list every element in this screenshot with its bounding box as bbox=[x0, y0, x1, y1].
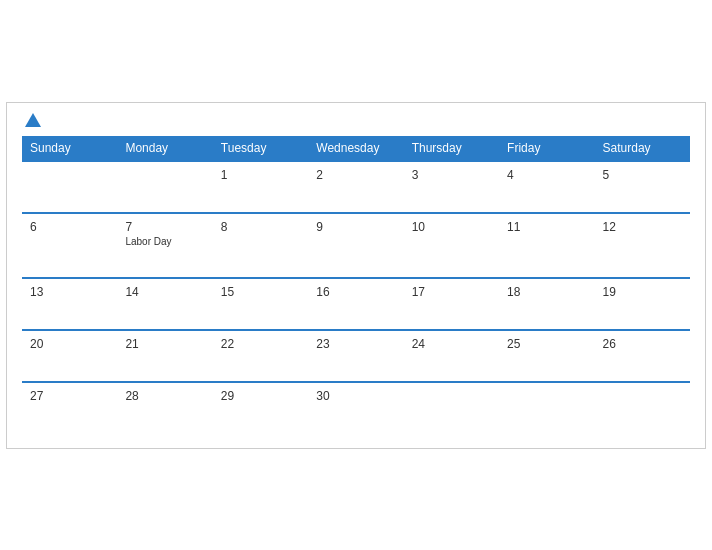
day-number: 17 bbox=[412, 285, 491, 299]
day-number: 6 bbox=[30, 220, 109, 234]
day-number: 4 bbox=[507, 168, 586, 182]
day-number: 7 bbox=[125, 220, 204, 234]
calendar-thead: SundayMondayTuesdayWednesdayThursdayFrid… bbox=[22, 136, 690, 161]
calendar-week-row: 67Labor Day89101112 bbox=[22, 213, 690, 278]
day-number: 5 bbox=[603, 168, 682, 182]
calendar-cell: 25 bbox=[499, 330, 594, 382]
calendar-cell: 23 bbox=[308, 330, 403, 382]
weekday-header-thursday: Thursday bbox=[404, 136, 499, 161]
day-number: 12 bbox=[603, 220, 682, 234]
calendar-week-row: 13141516171819 bbox=[22, 278, 690, 330]
day-number: 22 bbox=[221, 337, 300, 351]
day-number: 20 bbox=[30, 337, 109, 351]
weekday-header-saturday: Saturday bbox=[595, 136, 690, 161]
day-number: 11 bbox=[507, 220, 586, 234]
calendar-cell: 8 bbox=[213, 213, 308, 278]
day-number: 29 bbox=[221, 389, 300, 403]
calendar-cell: 7Labor Day bbox=[117, 213, 212, 278]
calendar-cell: 19 bbox=[595, 278, 690, 330]
logo-triangle-icon bbox=[25, 113, 41, 127]
calendar-cell bbox=[595, 382, 690, 433]
logo bbox=[22, 113, 41, 128]
calendar-cell: 13 bbox=[22, 278, 117, 330]
calendar-cell: 15 bbox=[213, 278, 308, 330]
day-number: 30 bbox=[316, 389, 395, 403]
calendar-cell: 21 bbox=[117, 330, 212, 382]
calendar-cell: 9 bbox=[308, 213, 403, 278]
logo-blue-text bbox=[22, 113, 41, 128]
day-number: 13 bbox=[30, 285, 109, 299]
calendar-cell: 24 bbox=[404, 330, 499, 382]
day-number: 16 bbox=[316, 285, 395, 299]
calendar-header bbox=[22, 113, 690, 128]
calendar-cell: 11 bbox=[499, 213, 594, 278]
day-number: 27 bbox=[30, 389, 109, 403]
day-number: 26 bbox=[603, 337, 682, 351]
calendar-week-row: 27282930 bbox=[22, 382, 690, 433]
calendar-cell bbox=[22, 161, 117, 213]
calendar-cell: 22 bbox=[213, 330, 308, 382]
calendar-cell bbox=[499, 382, 594, 433]
day-number: 19 bbox=[603, 285, 682, 299]
day-number: 23 bbox=[316, 337, 395, 351]
calendar-cell: 2 bbox=[308, 161, 403, 213]
day-number: 1 bbox=[221, 168, 300, 182]
day-number: 25 bbox=[507, 337, 586, 351]
calendar-cell: 27 bbox=[22, 382, 117, 433]
day-number: 15 bbox=[221, 285, 300, 299]
calendar-cell: 18 bbox=[499, 278, 594, 330]
calendar-cell: 12 bbox=[595, 213, 690, 278]
day-number: 21 bbox=[125, 337, 204, 351]
weekday-header-wednesday: Wednesday bbox=[308, 136, 403, 161]
weekday-header-sunday: Sunday bbox=[22, 136, 117, 161]
calendar-cell: 26 bbox=[595, 330, 690, 382]
calendar-cell: 16 bbox=[308, 278, 403, 330]
calendar-cell: 3 bbox=[404, 161, 499, 213]
calendar-cell: 20 bbox=[22, 330, 117, 382]
calendar-cell: 30 bbox=[308, 382, 403, 433]
calendar-cell bbox=[117, 161, 212, 213]
calendar-cell: 29 bbox=[213, 382, 308, 433]
day-number: 8 bbox=[221, 220, 300, 234]
calendar-cell: 6 bbox=[22, 213, 117, 278]
day-number: 18 bbox=[507, 285, 586, 299]
day-number: 28 bbox=[125, 389, 204, 403]
calendar-cell: 14 bbox=[117, 278, 212, 330]
calendar-cell: 4 bbox=[499, 161, 594, 213]
weekday-header-tuesday: Tuesday bbox=[213, 136, 308, 161]
day-number: 2 bbox=[316, 168, 395, 182]
day-number: 24 bbox=[412, 337, 491, 351]
calendar-cell: 28 bbox=[117, 382, 212, 433]
calendar-cell bbox=[404, 382, 499, 433]
day-number: 3 bbox=[412, 168, 491, 182]
day-number: 10 bbox=[412, 220, 491, 234]
calendar-week-row: 12345 bbox=[22, 161, 690, 213]
calendar-cell: 17 bbox=[404, 278, 499, 330]
calendar-cell: 10 bbox=[404, 213, 499, 278]
calendar-cell: 1 bbox=[213, 161, 308, 213]
day-number: 9 bbox=[316, 220, 395, 234]
calendar-week-row: 20212223242526 bbox=[22, 330, 690, 382]
day-event: Labor Day bbox=[125, 236, 204, 247]
calendar-cell: 5 bbox=[595, 161, 690, 213]
calendar-container: SundayMondayTuesdayWednesdayThursdayFrid… bbox=[6, 102, 706, 449]
weekday-header-monday: Monday bbox=[117, 136, 212, 161]
calendar-tbody: 1234567Labor Day891011121314151617181920… bbox=[22, 161, 690, 433]
day-number: 14 bbox=[125, 285, 204, 299]
weekday-header-friday: Friday bbox=[499, 136, 594, 161]
weekday-header-row: SundayMondayTuesdayWednesdayThursdayFrid… bbox=[22, 136, 690, 161]
calendar-table: SundayMondayTuesdayWednesdayThursdayFrid… bbox=[22, 136, 690, 433]
